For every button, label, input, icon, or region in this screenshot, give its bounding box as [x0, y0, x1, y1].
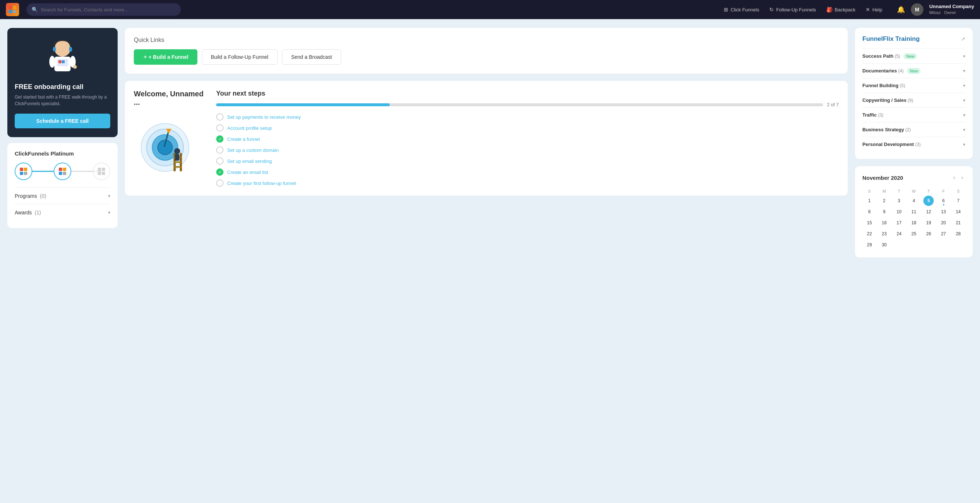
calendar-grid: SMTWTFS123456789101112131415161718192021…: [862, 188, 965, 250]
cal-day-17[interactable]: 17: [894, 218, 904, 228]
svg-rect-6: [69, 47, 72, 51]
cal-day-13[interactable]: 13: [939, 207, 949, 217]
training-item-success-path[interactable]: Success Path (5) New ▾: [862, 49, 965, 63]
programs-accordion[interactable]: Programs (0) ▾: [15, 188, 110, 204]
search-input[interactable]: [41, 7, 176, 13]
training-item-documentaries[interactable]: Documentaries (4) New ▾: [862, 63, 965, 78]
search-bar[interactable]: 🔍: [27, 3, 181, 16]
nav-followup[interactable]: ↻ Follow-Up Funnels: [769, 6, 816, 13]
left-column: FREE onboarding call Get started fast wi…: [7, 28, 118, 494]
cal-day-30[interactable]: 30: [879, 240, 889, 250]
nav-help[interactable]: ✕ Help: [865, 6, 882, 13]
step-item-email[interactable]: Set up email sending: [216, 158, 839, 165]
training-chevron-icon-funnel-building: ▾: [963, 83, 965, 88]
app-logo[interactable]: [6, 3, 19, 16]
funnelflix-card: FunnelFlix Training ↗ Success Path (5) N…: [855, 28, 973, 159]
platinum-title: ClickFunnels Platinum: [15, 150, 110, 157]
svg-rect-11: [59, 60, 61, 63]
badge-new-documentaries: New: [907, 68, 920, 74]
svg-rect-27: [102, 172, 105, 175]
nav-backpack[interactable]: 🎒 Backpack: [826, 6, 855, 13]
cal-day-1[interactable]: 1: [864, 196, 875, 206]
cal-day-19[interactable]: 19: [923, 218, 934, 228]
calendar-next-button[interactable]: ›: [959, 174, 965, 181]
step-item-email-list[interactable]: ✓Create an email list: [216, 169, 839, 176]
svg-rect-20: [59, 168, 62, 171]
cal-day-18[interactable]: 18: [909, 218, 919, 228]
cal-day-8[interactable]: 8: [864, 207, 875, 217]
cal-day-20[interactable]: 20: [939, 218, 949, 228]
cal-day-15[interactable]: 15: [864, 218, 875, 228]
svg-point-4: [54, 40, 71, 57]
cal-day-27[interactable]: 27: [939, 229, 949, 239]
funnelflix-external-link-icon[interactable]: ↗: [961, 36, 965, 42]
step-item-domain[interactable]: Set up a custom domain: [216, 146, 839, 154]
build-followup-button[interactable]: Build a Follow-Up Funnel: [202, 49, 278, 65]
next-steps-title: Your next steps: [216, 90, 839, 97]
step-item-payments[interactable]: Set up payments to receive money: [216, 113, 839, 121]
user-avatar[interactable]: M: [911, 3, 923, 16]
training-item-traffic[interactable]: Traffic (3) ▾: [862, 107, 965, 122]
training-item-personal-dev[interactable]: Personal Development (3) ▾: [862, 137, 965, 151]
cal-day-7[interactable]: 7: [953, 196, 964, 206]
clickfunnels-icon: ⊞: [724, 6, 728, 13]
step-circle-email: [216, 158, 223, 165]
training-label-personal-dev: Personal Development (3): [862, 142, 920, 147]
cal-day-29[interactable]: 29: [864, 240, 875, 250]
training-chevron-icon-traffic: ▾: [963, 113, 965, 118]
cal-day-14[interactable]: 14: [953, 207, 964, 217]
step-circle-email-list: ✓: [216, 169, 223, 176]
cal-day-5[interactable]: 5: [923, 196, 934, 206]
step-circle-funnel: ✓: [216, 135, 223, 143]
welcome-right: Your next steps 2 of 7 Set up payments t…: [216, 90, 839, 187]
training-chevron-icon-personal-dev: ▾: [963, 142, 965, 147]
cal-day-23[interactable]: 23: [879, 229, 889, 239]
cal-day-25[interactable]: 25: [909, 229, 919, 239]
step-item-profile[interactable]: Account profile setup: [216, 124, 839, 132]
schedule-call-button[interactable]: Schedule a FREE call: [15, 114, 110, 128]
funnelflix-header: FunnelFlix Training ↗: [862, 35, 965, 43]
cal-day-4[interactable]: 4: [909, 196, 919, 206]
search-icon: 🔍: [32, 6, 38, 13]
cal-day-6[interactable]: 6: [939, 196, 949, 206]
notifications-bell-icon[interactable]: 🔔: [897, 5, 905, 14]
cal-day-16[interactable]: 16: [879, 218, 889, 228]
svg-rect-40: [175, 154, 180, 161]
help-icon: ✕: [865, 6, 870, 13]
training-chevron-icon-business-strategy: ▾: [963, 127, 965, 132]
topbar: 🔍 ⊞ Click Funnels ↻ Follow-Up Funnels 🎒 …: [0, 0, 980, 19]
calendar-header: November 2020 ‹ ›: [862, 174, 965, 181]
cal-day-26[interactable]: 26: [923, 229, 934, 239]
cal-day-2[interactable]: 2: [879, 196, 889, 206]
plan-icon-3: [92, 162, 110, 180]
cal-day-3[interactable]: 3: [894, 196, 904, 206]
training-item-funnel-building[interactable]: Funnel Building (5) ▾: [862, 78, 965, 93]
training-item-business-strategy[interactable]: Business Strategy (2) ▾: [862, 122, 965, 137]
training-label-success-path: Success Path (5) New: [862, 53, 917, 59]
cal-header-W: W: [907, 188, 921, 195]
step-item-funnel[interactable]: ✓Create a funnel: [216, 135, 839, 143]
step-label-profile: Account profile setup: [227, 126, 272, 131]
cal-day-24[interactable]: 24: [894, 229, 904, 239]
step-circle-profile: [216, 124, 223, 132]
calendar-nav: ‹ ›: [951, 174, 965, 181]
training-label-traffic: Traffic (3): [862, 112, 883, 118]
cal-day-9[interactable]: 9: [879, 207, 889, 217]
step-item-followup[interactable]: Create your first follow-up funnel: [216, 180, 839, 187]
svg-rect-16: [20, 168, 23, 171]
training-item-copywriting[interactable]: Copywriting / Sales (9) ▾: [862, 93, 965, 107]
cal-day-21[interactable]: 21: [953, 218, 964, 228]
cal-day-12[interactable]: 12: [923, 207, 934, 217]
calendar-prev-button[interactable]: ‹: [951, 174, 957, 181]
svg-rect-19: [24, 172, 27, 175]
nav-clickfunnels[interactable]: ⊞ Click Funnels: [724, 6, 759, 13]
cal-day-11[interactable]: 11: [909, 207, 919, 217]
awards-accordion[interactable]: Awards (1) ▾: [15, 204, 110, 221]
send-broadcast-button[interactable]: Send a Broadcast: [282, 49, 341, 65]
cal-day-22[interactable]: 22: [864, 229, 875, 239]
cal-day-28[interactable]: 28: [953, 229, 964, 239]
build-funnel-button[interactable]: ＋ + Build a Funnel: [134, 49, 197, 65]
cal-day-10[interactable]: 10: [894, 207, 904, 217]
training-label-copywriting: Copywriting / Sales (9): [862, 97, 913, 103]
svg-rect-24: [98, 168, 101, 171]
